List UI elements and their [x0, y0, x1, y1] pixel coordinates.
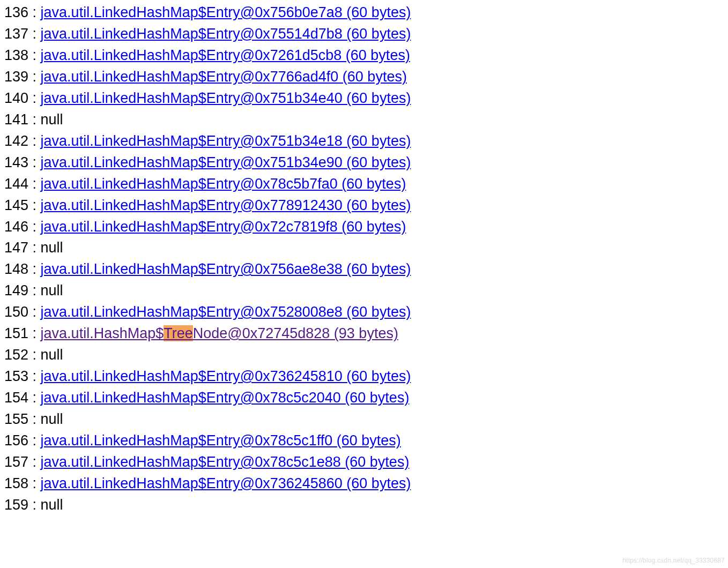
- row-separator: :: [28, 432, 41, 449]
- heap-object-link[interactable]: java.util.LinkedHashMap$Entry@0x73624581…: [41, 368, 411, 384]
- heap-object-link[interactable]: java.util.LinkedHashMap$Entry@0x78c5c1ff…: [41, 432, 401, 449]
- heap-object-link[interactable]: java.util.LinkedHashMap$Entry@0x78c5b7fa…: [41, 176, 406, 192]
- row-index: 143: [4, 154, 28, 170]
- heap-object-link[interactable]: java.util.LinkedHashMap$Entry@0x7528008e…: [41, 304, 411, 320]
- search-highlight: Tree: [164, 325, 193, 341]
- row-index: 149: [4, 282, 28, 298]
- null-value: null: [41, 282, 63, 298]
- heap-entry-row: 147 : null: [4, 237, 724, 259]
- heap-entry-row: 155 : null: [4, 409, 724, 430]
- row-index: 158: [4, 475, 28, 491]
- row-index: 159: [4, 497, 28, 513]
- heap-entry-row: 158 : java.util.LinkedHashMap$Entry@0x73…: [4, 473, 724, 495]
- row-index: 146: [4, 219, 28, 235]
- row-separator: :: [28, 497, 41, 513]
- row-index: 150: [4, 304, 28, 320]
- null-value: null: [41, 111, 63, 128]
- heap-object-link[interactable]: java.util.LinkedHashMap$Entry@0x751b34e4…: [41, 90, 411, 106]
- row-index: 154: [4, 390, 28, 406]
- row-index: 157: [4, 454, 28, 470]
- heap-entry-row: 143 : java.util.LinkedHashMap$Entry@0x75…: [4, 152, 724, 174]
- row-index: 142: [4, 133, 28, 149]
- heap-entry-row: 157 : java.util.LinkedHashMap$Entry@0x78…: [4, 452, 724, 473]
- heap-entry-row: 145 : java.util.LinkedHashMap$Entry@0x77…: [4, 195, 724, 216]
- heap-object-link[interactable]: java.util.HashMap$TreeNode@0x72745d828 (…: [41, 325, 398, 341]
- row-separator: :: [28, 69, 41, 85]
- heap-entry-row: 144 : java.util.LinkedHashMap$Entry@0x78…: [4, 174, 724, 195]
- row-index: 139: [4, 69, 28, 85]
- heap-object-link[interactable]: java.util.LinkedHashMap$Entry@0x7766ad4f…: [41, 69, 407, 85]
- heap-entry-row: 137 : java.util.LinkedHashMap$Entry@0x75…: [4, 24, 724, 45]
- heap-entry-row: 148 : java.util.LinkedHashMap$Entry@0x75…: [4, 259, 724, 280]
- null-value: null: [41, 497, 63, 513]
- row-index: 147: [4, 240, 28, 256]
- heap-entry-row: 150 : java.util.LinkedHashMap$Entry@0x75…: [4, 302, 724, 323]
- row-index: 156: [4, 432, 28, 449]
- row-separator: :: [28, 475, 41, 491]
- row-separator: :: [28, 219, 41, 235]
- heap-entry-list: 136 : java.util.LinkedHashMap$Entry@0x75…: [4, 2, 724, 516]
- row-separator: :: [28, 197, 41, 213]
- row-index: 148: [4, 261, 28, 277]
- row-index: 145: [4, 197, 28, 213]
- heap-object-link[interactable]: java.util.LinkedHashMap$Entry@0x751b34e1…: [41, 133, 411, 149]
- heap-object-link[interactable]: java.util.LinkedHashMap$Entry@0x77891243…: [41, 197, 411, 213]
- row-separator: :: [28, 390, 41, 406]
- row-index: 138: [4, 47, 28, 63]
- heap-entry-row: 156 : java.util.LinkedHashMap$Entry@0x78…: [4, 430, 724, 452]
- row-index: 151: [4, 325, 28, 341]
- row-separator: :: [28, 240, 41, 256]
- heap-entry-row: 136 : java.util.LinkedHashMap$Entry@0x75…: [4, 2, 724, 24]
- null-value: null: [41, 347, 63, 363]
- row-separator: :: [28, 325, 41, 341]
- row-index: 152: [4, 347, 28, 363]
- row-separator: :: [28, 47, 41, 63]
- row-separator: :: [28, 282, 41, 298]
- row-separator: :: [28, 368, 41, 384]
- row-index: 140: [4, 90, 28, 106]
- heap-object-link[interactable]: java.util.LinkedHashMap$Entry@0x756ae8e3…: [41, 261, 411, 277]
- row-separator: :: [28, 4, 41, 20]
- heap-entry-row: 149 : null: [4, 280, 724, 302]
- heap-entry-row: 154 : java.util.LinkedHashMap$Entry@0x78…: [4, 387, 724, 409]
- row-separator: :: [28, 454, 41, 470]
- row-separator: :: [28, 304, 41, 320]
- heap-entry-row: 139 : java.util.LinkedHashMap$Entry@0x77…: [4, 66, 724, 88]
- row-separator: :: [28, 154, 41, 170]
- row-separator: :: [28, 176, 41, 192]
- heap-entry-row: 142 : java.util.LinkedHashMap$Entry@0x75…: [4, 131, 724, 152]
- row-separator: :: [28, 111, 41, 128]
- heap-object-link[interactable]: java.util.LinkedHashMap$Entry@0x751b34e9…: [41, 154, 411, 170]
- row-separator: :: [28, 26, 41, 42]
- heap-object-link[interactable]: java.util.LinkedHashMap$Entry@0x7261d5cb…: [41, 47, 410, 63]
- heap-entry-row: 152 : null: [4, 345, 724, 366]
- row-separator: :: [28, 261, 41, 277]
- null-value: null: [41, 411, 63, 427]
- heap-object-link[interactable]: java.util.LinkedHashMap$Entry@0x78c5c1e8…: [41, 454, 410, 470]
- heap-object-link[interactable]: java.util.LinkedHashMap$Entry@0x756b0e7a…: [41, 4, 411, 20]
- heap-object-link[interactable]: java.util.LinkedHashMap$Entry@0x75514d7b…: [41, 26, 411, 42]
- heap-entry-row: 140 : java.util.LinkedHashMap$Entry@0x75…: [4, 88, 724, 109]
- heap-object-link[interactable]: java.util.LinkedHashMap$Entry@0x73624586…: [41, 475, 411, 491]
- heap-entry-row: 153 : java.util.LinkedHashMap$Entry@0x73…: [4, 366, 724, 387]
- row-index: 141: [4, 111, 28, 128]
- row-index: 144: [4, 176, 28, 192]
- heap-entry-row: 151 : java.util.HashMap$TreeNode@0x72745…: [4, 323, 724, 345]
- heap-entry-row: 159 : null: [4, 495, 724, 516]
- row-index: 153: [4, 368, 28, 384]
- row-separator: :: [28, 90, 41, 106]
- row-index: 136: [4, 4, 28, 20]
- heap-entry-row: 141 : null: [4, 109, 724, 131]
- null-value: null: [41, 240, 63, 256]
- row-index: 137: [4, 26, 28, 42]
- heap-object-link[interactable]: java.util.LinkedHashMap$Entry@0x78c5c204…: [41, 390, 410, 406]
- heap-object-link[interactable]: java.util.LinkedHashMap$Entry@0x72c7819f…: [41, 219, 406, 235]
- heap-entry-row: 138 : java.util.LinkedHashMap$Entry@0x72…: [4, 45, 724, 66]
- heap-entry-row: 146 : java.util.LinkedHashMap$Entry@0x72…: [4, 216, 724, 238]
- row-separator: :: [28, 411, 41, 427]
- row-index: 155: [4, 411, 28, 427]
- row-separator: :: [28, 347, 41, 363]
- row-separator: :: [28, 133, 41, 149]
